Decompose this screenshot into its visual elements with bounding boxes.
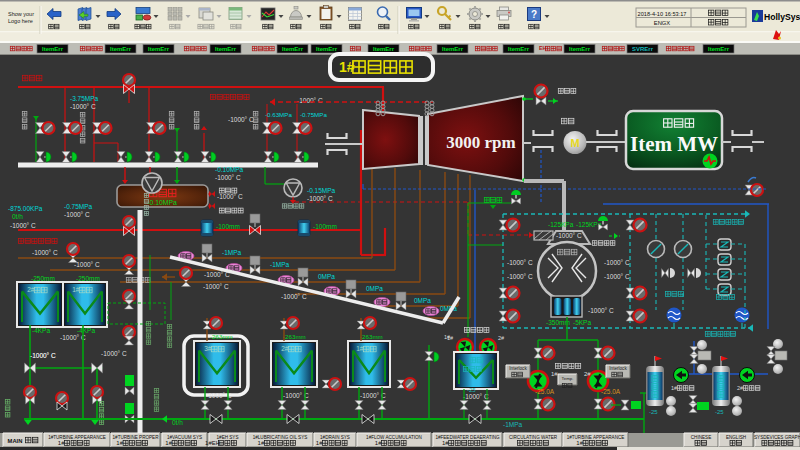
svg-text:0MPa: 0MPa (318, 273, 335, 280)
svg-text:0t/h: 0t/h (172, 419, 183, 426)
svg-text:-0.10MPa: -0.10MPa (147, 199, 177, 206)
svg-text:-1000° C: -1000° C (297, 97, 323, 104)
svg-text:1#EH: 1#EH (205, 440, 220, 446)
svg-text:-4KPa: -4KPa (32, 327, 50, 334)
svg-text:-1000° C: -1000° C (217, 193, 243, 200)
svg-text:-125KPa: -125KPa (576, 221, 602, 228)
svg-text:Interlock: Interlock (609, 366, 627, 371)
svg-text:-5KPa: -5KPa (573, 319, 591, 326)
svg-text:0t/h: 0t/h (12, 213, 23, 220)
svg-text:-1000° C: -1000° C (70, 103, 96, 110)
svg-text:1#FEEDWATER DEAERATING: 1#FEEDWATER DEAERATING (435, 435, 500, 440)
svg-text:-1000° C: -1000° C (463, 393, 489, 400)
svg-text:ItemErr: ItemErr (373, 46, 395, 52)
svg-text:-4KPa: -4KPa (77, 327, 95, 334)
svg-text:3#: 3# (204, 345, 212, 352)
svg-text:-100mm: -100mm (313, 223, 337, 230)
svg-text:-1000° C: -1000° C (74, 261, 100, 268)
svg-text:1#FLOW ACCUMULATION: 1#FLOW ACCUMULATION (366, 435, 422, 440)
svg-text:2#: 2# (498, 335, 505, 341)
svg-text:ItemErr: ItemErr (508, 46, 530, 52)
svg-text:-1MPa: -1MPa (503, 421, 523, 428)
svg-text:Interlock: Interlock (509, 366, 527, 371)
svg-text:-1MPa: -1MPa (222, 249, 242, 256)
svg-text:-1000° C: -1000° C (588, 307, 614, 314)
svg-text:2#: 2# (27, 286, 35, 293)
svg-text:-1000° C: -1000° C (203, 283, 229, 290)
svg-text:ItemErr: ItemErr (42, 46, 64, 52)
svg-text:-1000° C: -1000° C (10, 222, 36, 229)
svg-text:1#: 1# (356, 345, 364, 352)
svg-text:ItemErr: ItemErr (282, 46, 304, 52)
svg-text:-1000° C: -1000° C (281, 293, 307, 300)
svg-text:Item MW: Item MW (630, 132, 718, 156)
svg-text:-25.0A: -25.0A (601, 388, 621, 395)
svg-text:-0.10MPa: -0.10MPa (215, 166, 244, 173)
svg-text:-350mm: -350mm (546, 319, 570, 326)
svg-text:Temp.: Temp. (562, 376, 574, 381)
svg-text:CIRCULATING WATER: CIRCULATING WATER (509, 435, 558, 440)
svg-text:1#LUBRICATING OIL SYS: 1#LUBRICATING OIL SYS (253, 435, 308, 440)
svg-text:-100mm: -100mm (216, 223, 240, 230)
svg-text:-263mm: -263mm (210, 333, 233, 340)
svg-text:-250mm: -250mm (31, 275, 55, 282)
svg-text:ENGLISH: ENGLISH (726, 435, 746, 440)
svg-text:-1000° C: -1000° C (228, 116, 254, 123)
svg-text:2#: 2# (281, 345, 289, 352)
svg-text:-0.75MPa: -0.75MPa (64, 203, 93, 210)
svg-text:-25.0A: -25.0A (535, 388, 555, 395)
svg-text:ItemErr: ItemErr (569, 46, 591, 52)
svg-text:-1000° C: -1000° C (30, 352, 56, 359)
svg-text:-1000° C: -1000° C (507, 259, 533, 266)
svg-text:-1000° C: -1000° C (64, 211, 90, 218)
svg-text:-1000° C: -1000° C (60, 334, 86, 341)
svg-text:-1000° C: -1000° C (507, 273, 533, 280)
svg-text:1#: 1# (58, 440, 65, 446)
svg-text:M: M (570, 137, 579, 149)
svg-text:Logo here: Logo here (8, 18, 33, 24)
svg-text:-1MPa: -1MPa (270, 261, 290, 268)
svg-text:ItemErr: ItemErr (148, 46, 170, 52)
svg-text:-1000° C: -1000° C (604, 259, 630, 266)
svg-text:?: ? (531, 9, 537, 20)
svg-text:-1000° C: -1000° C (604, 273, 630, 280)
svg-text:ItemErr: ItemErr (316, 46, 338, 52)
svg-text:-25: -25 (715, 409, 724, 415)
svg-text:1#: 1# (375, 440, 382, 446)
svg-text:-0.75MPa: -0.75MPa (300, 111, 327, 118)
svg-text:-1000° C: -1000° C (32, 249, 58, 256)
svg-text:1#: 1# (576, 440, 583, 446)
svg-text:ItemErr: ItemErr (215, 46, 237, 52)
svg-text:CHINESE: CHINESE (691, 435, 711, 440)
svg-text:ItemErr: ItemErr (708, 46, 730, 52)
svg-text:3000 rpm: 3000 rpm (446, 133, 515, 152)
svg-text:MAIN: MAIN (8, 438, 23, 444)
svg-text:1#TURBINE APPEARANCE: 1#TURBINE APPEARANCE (48, 435, 106, 440)
svg-text:2#: 2# (584, 371, 591, 377)
svg-text:ENGX: ENGX (654, 20, 671, 26)
svg-text:0MPa: 0MPa (414, 297, 431, 304)
svg-text:1#: 1# (442, 440, 449, 446)
svg-text:Show your: Show your (8, 11, 34, 17)
svg-text:-1000° C: -1000° C (556, 232, 582, 239)
svg-text:-1000° C: -1000° C (215, 174, 241, 181)
svg-text:-263mm: -263mm (360, 333, 383, 340)
svg-text:0MPa: 0MPa (366, 285, 383, 292)
svg-text:-0.15MPa: -0.15MPa (307, 187, 336, 194)
svg-text:-3.75MPa: -3.75MPa (70, 95, 99, 102)
svg-text:1#: 1# (447, 335, 454, 341)
svg-text:1#: 1# (316, 440, 323, 446)
svg-text:-25: -25 (649, 409, 658, 415)
svg-text:2018-4-10 16:53:17: 2018-4-10 16:53:17 (638, 11, 687, 17)
svg-text:ItemErr: ItemErr (110, 46, 132, 52)
svg-text:1#TURBINE PROPER: 1#TURBINE PROPER (113, 435, 160, 440)
svg-text:ItemErr: ItemErr (442, 46, 464, 52)
svg-text:-1000° C: -1000° C (101, 350, 127, 357)
svg-text:SVRErr: SVRErr (632, 46, 654, 52)
svg-text:-875.00KPa: -875.00KPa (8, 205, 43, 212)
svg-text:1#VACUUM SYS: 1#VACUUM SYS (167, 435, 202, 440)
svg-text:HollySys: HollySys (764, 12, 800, 22)
svg-text:-125KPa: -125KPa (548, 221, 574, 228)
svg-text:1#EH SYS: 1#EH SYS (217, 435, 239, 440)
svg-text:SYSDEVICES GRAPH: SYSDEVICES GRAPH (754, 435, 800, 440)
